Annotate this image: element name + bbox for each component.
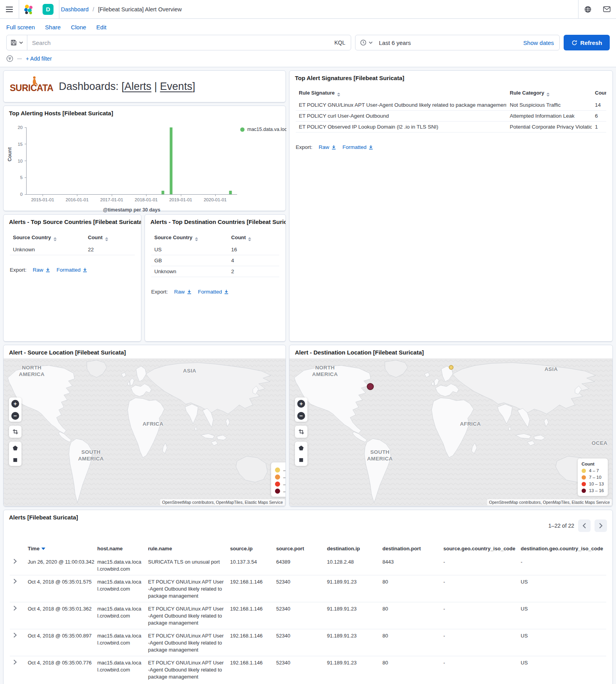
legend-label: mac15.data.va.local.... [247,127,286,132]
chevron-right-icon [599,523,603,528]
chart-legend[interactable]: mac15.data.va.local.... [240,127,286,132]
draw-bounds-button[interactable] [295,454,307,466]
zoom-in-button[interactable]: + [9,398,21,410]
table-row: ET POLICY Observed IP Lookup Domain (l2 … [296,122,606,133]
full-screen-link[interactable]: Full screen [6,24,35,30]
world-map [289,358,612,506]
divider [59,0,59,19]
expand-row-button[interactable] [10,629,25,656]
edit-link[interactable]: Edit [96,24,107,30]
column-header-host-name[interactable]: host.name [94,543,145,555]
legend-range-label: – [283,489,286,494]
next-page-button[interactable] [595,519,607,532]
fit-to-data-button[interactable] [295,426,307,438]
time-range-value[interactable]: Last 6 years [377,39,523,46]
save-icon [11,39,17,46]
export-formatted-link[interactable]: Formatted [343,144,374,150]
column-header-source-port[interactable]: source.port [273,543,324,555]
x-axis-label: @timestamp per 30 days [26,207,237,213]
expand-row-button[interactable] [10,656,25,683]
legend-dot [275,489,280,494]
sort-icon [54,237,57,241]
export-formatted-link[interactable]: Formatted [198,289,229,295]
table-row: Oct 4, 2018 @ 05:35:01.575mac15.data.va.… [10,575,606,602]
table-row: Oct 4, 2018 @ 05:35:01.362mac15.data.va.… [10,602,606,629]
panel-top-source-countries: Alerts - Top Source Countries [Filebeat … [3,214,141,342]
space-avatar[interactable]: D [43,4,54,15]
query-bar: KQL Last 6 years Show dates Refresh [0,33,616,54]
help-menu-button[interactable] [579,0,597,19]
expand-row-button[interactable] [10,575,25,602]
panel-top-destination-countries: Alerts - Top Destination Countries [File… [145,214,286,342]
previous-page-button[interactable] [578,519,591,532]
time-picker-quick-menu[interactable] [355,39,377,46]
events-dashboard-link[interactable]: Events [160,81,193,92]
draw-polygon-button[interactable] [9,442,21,454]
filter-icon[interactable] [6,55,13,62]
destination-location-map[interactable]: + − NORTH AMERICAASIAAFRICASOUTH AMERICA… [289,358,612,506]
cell-rule-name: ET POLICY GNU/Linux APT User-Agent Outbo… [145,575,227,602]
column-header-rule-signature[interactable]: Rule Signature [296,87,507,100]
fit-to-data-button[interactable] [9,426,21,438]
add-filter-button[interactable]: + Add filter [26,56,52,62]
query-language-button[interactable]: KQL [329,39,351,46]
cell-source-geo: - [440,575,518,602]
export-formatted-link[interactable]: Formatted [57,267,88,273]
draw-bounds-button[interactable] [9,454,21,466]
expand-row-button[interactable] [10,602,25,629]
menu-button[interactable] [0,0,19,19]
search-input[interactable] [27,39,329,46]
export-raw-link[interactable]: Raw [33,267,50,273]
column-header-destination-ip[interactable]: destination.ip [324,543,379,555]
refresh-button[interactable]: Refresh [564,35,610,50]
filter-bar: + Add filter [0,54,616,67]
column-header-time[interactable]: Time [25,543,94,555]
y-axis-tickmark [25,144,27,144]
y-axis-tick: 5 [20,175,23,180]
share-link[interactable]: Share [45,24,61,30]
column-header-count[interactable]: Count [592,87,606,100]
column-header-source-geo[interactable]: source.geo.country_iso_code [440,543,518,555]
chart-plot-area[interactable]: 051015202015-01-012016-01-012017-01-0120… [26,127,237,195]
newsfeed-button[interactable] [597,0,616,19]
column-header-source-country[interactable]: Source Country [10,231,85,244]
column-header-count[interactable]: Count [228,231,279,244]
source-location-map[interactable]: + − NORTH AMERICAASIAAFRICASOUTH AMERICA… [4,358,286,506]
alerts-dashboard-link[interactable]: Alerts [125,81,152,92]
cell-source-ip: 192.168.1.146 [227,656,273,683]
chevron-right-icon [13,559,17,564]
breadcrumb-dashboard-link[interactable]: Dashboard [61,6,89,13]
polygon-icon [12,445,18,451]
zoom-out-button[interactable]: − [9,410,21,422]
export-raw-link[interactable]: Raw [174,289,192,295]
pagination-label: 1–22 of 22 [548,523,574,529]
cell-source-port: 52340 [273,656,324,683]
show-dates-button[interactable]: Show dates [523,39,559,46]
column-header-destination-geo[interactable]: destination.geo.country_iso_code [518,543,606,555]
column-header-count[interactable]: Count [85,231,135,244]
square-icon [298,457,304,463]
panel-suricata-links: SURICATA Dashboards: [Alerts | Events] [3,70,286,102]
table-row: Oct 4, 2018 @ 05:35:00.897mac15.data.va.… [10,629,606,656]
sort-icon [546,93,550,97]
column-header-rule-name[interactable]: rule.name [145,543,227,555]
column-header-destination-port[interactable]: destination.port [379,543,440,555]
zoom-out-button[interactable]: − [295,410,307,422]
map-attribution: OpenStreetMap contributors, OpenMapTiles… [160,499,285,505]
clone-link[interactable]: Clone [71,24,86,30]
chevron-down-icon [369,41,373,44]
legend-range-label: – [283,468,286,473]
cell-source-geo: - [440,629,518,656]
column-header-source-ip[interactable]: source.ip [227,543,273,555]
map-legend-item: – [275,467,286,473]
column-header-source-country[interactable]: Source Country [151,231,228,244]
elastic-logo[interactable] [19,0,38,19]
zoom-in-button[interactable]: + [295,398,307,410]
cell-destination-port: 80 [379,629,440,656]
expand-row-button[interactable] [10,555,25,575]
export-raw-link[interactable]: Raw [319,144,336,150]
cell-rule-name: ET POLICY GNU/Linux APT User-Agent Outbo… [145,602,227,629]
column-header-rule-category[interactable]: Rule Category [507,87,592,100]
draw-polygon-button[interactable] [295,442,307,454]
saved-query-menu-button[interactable] [7,35,27,50]
